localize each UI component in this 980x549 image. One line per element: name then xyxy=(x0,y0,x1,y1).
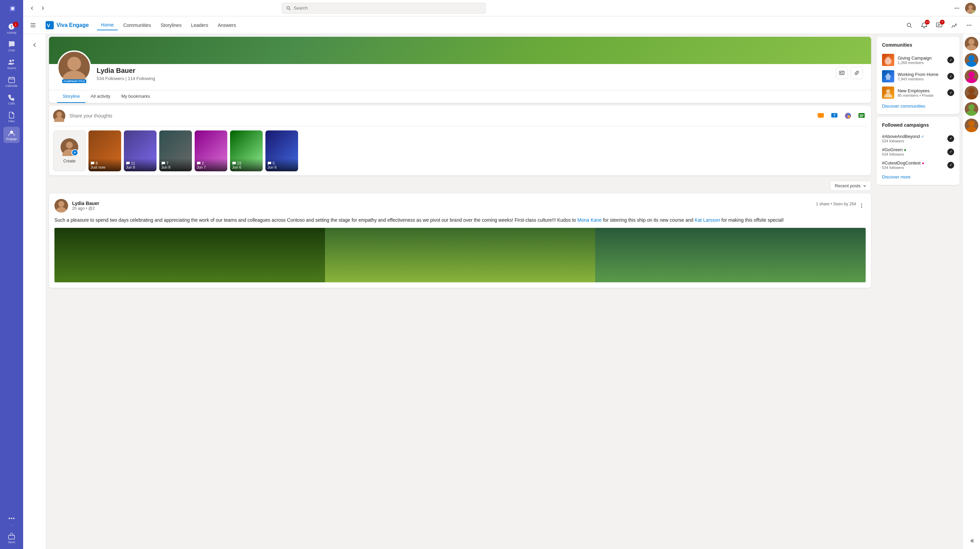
forward-button[interactable] xyxy=(38,3,48,13)
share-chat-button[interactable] xyxy=(815,110,826,121)
story-thumb-5[interactable]: 23 Jun 6 xyxy=(230,131,263,171)
story-thumb-3[interactable]: 7 Jun 8 xyxy=(159,131,192,171)
nav-storylines[interactable]: Storylines xyxy=(156,21,185,30)
hamburger-button[interactable] xyxy=(29,16,37,34)
story-thumb-1[interactable]: 8 Just now xyxy=(89,131,121,171)
analytics-button[interactable] xyxy=(949,20,959,31)
community-name-giving[interactable]: Giving Campaign xyxy=(898,56,944,61)
campaign-followers-green: 534 followers xyxy=(882,152,945,156)
message-button[interactable]: 5 xyxy=(934,20,945,31)
post-image-segment-1 xyxy=(54,228,325,282)
nav-answers[interactable]: Answers xyxy=(214,21,240,30)
community-avatar-wfh[interactable] xyxy=(882,70,894,82)
content-area: V Viva Engage Home Communities Storyline… xyxy=(23,16,980,549)
more-options-button[interactable] xyxy=(951,3,962,14)
sidebar-item-calls[interactable]: Calls xyxy=(3,91,20,108)
profile-actions xyxy=(836,64,863,79)
campaign-name-dog[interactable]: #CutestDogContest ● xyxy=(882,160,945,166)
share-actions: ? 🏅 xyxy=(815,110,867,121)
story-thumb-2[interactable]: 11 Jun 8 xyxy=(124,131,156,171)
sidebar-item-teams[interactable]: Teams xyxy=(3,56,20,72)
story-overlay-4: 2 Jun 7 xyxy=(195,158,227,171)
sidebar-item-more[interactable]: ... xyxy=(3,512,20,528)
svg-point-13 xyxy=(955,8,956,8)
campaign-check-beyond: ✓ xyxy=(947,135,954,142)
story-date-2: Jun 8 xyxy=(126,165,154,169)
far-right-avatar-1[interactable] xyxy=(965,37,978,50)
collapse-panel-button[interactable] xyxy=(966,535,977,546)
post-link-kat[interactable]: Kat Larsson xyxy=(695,217,720,223)
story-date-1: Just now xyxy=(91,165,119,169)
following-count[interactable]: 114 Following xyxy=(128,76,155,81)
svg-point-31 xyxy=(56,112,62,117)
sidebar-item-store[interactable]: Store xyxy=(3,530,20,546)
discover-communities-link[interactable]: Discover communities xyxy=(882,104,954,109)
share-input[interactable] xyxy=(69,113,811,118)
post-author-avatar[interactable] xyxy=(54,199,68,212)
search-input[interactable] xyxy=(294,5,482,11)
share-question-button[interactable]: ? xyxy=(829,110,840,121)
campaign-name-beyond[interactable]: #AboveAndBeyond ✓ xyxy=(882,134,945,139)
more-button[interactable] xyxy=(964,20,975,31)
back-panel-button[interactable] xyxy=(27,37,43,53)
story-date-5: Jun 6 xyxy=(232,165,261,169)
story-overlay-1: 8 Just now xyxy=(89,158,121,171)
far-right-avatar-2[interactable] xyxy=(965,53,978,67)
share-praise-button[interactable]: 🏅 xyxy=(843,110,853,121)
campaign-name-green[interactable]: #GoGreen ● xyxy=(882,147,945,152)
recent-posts-button[interactable]: Recent posts xyxy=(830,181,871,191)
far-right-avatar-5[interactable] xyxy=(965,102,978,116)
nav-communities[interactable]: Communities xyxy=(119,21,155,30)
sidebar-item-files[interactable]: Files xyxy=(3,109,20,125)
nav-arrows xyxy=(27,3,48,13)
discover-more-link[interactable]: Discover more xyxy=(882,174,954,179)
story-thumb-6[interactable]: 5 Jun 6 xyxy=(266,131,298,171)
notification-badge: 12 xyxy=(925,20,930,24)
sidebar-item-engage[interactable]: Engage xyxy=(3,127,20,143)
community-name-newempl[interactable]: New Employees xyxy=(898,88,944,93)
profile-text: Lydia Bauer 534 Followers | 114 Followin… xyxy=(97,64,830,81)
back-button[interactable] xyxy=(27,3,37,13)
sidebar-item-activity[interactable]: 1 Activity xyxy=(3,21,20,37)
search-button[interactable] xyxy=(904,20,915,31)
far-right-avatar-6[interactable] xyxy=(965,118,978,132)
tab-bookmarks[interactable]: My bookmarks xyxy=(116,90,156,103)
profile-link-button[interactable] xyxy=(851,67,863,79)
nav-home[interactable]: Home xyxy=(97,20,118,30)
community-name-wfh[interactable]: Working From Home xyxy=(898,72,944,77)
community-info-newempl: New Employees 85 members • Private xyxy=(898,88,944,97)
community-meta-wfh: 7,943 members xyxy=(898,77,944,81)
profile-card-button[interactable] xyxy=(836,67,848,79)
tab-all-activity[interactable]: All activity xyxy=(86,90,116,103)
far-right-avatar-3[interactable] xyxy=(965,69,978,83)
story-thumb-4[interactable]: 2 Jun 7 xyxy=(195,131,227,171)
svg-point-28 xyxy=(67,57,81,70)
post-body: Such a pleasure to spend two days celebr… xyxy=(54,217,865,224)
story-overlay-2: 11 Jun 8 xyxy=(124,158,156,171)
post-more-button[interactable] xyxy=(858,202,865,210)
svg-point-49 xyxy=(969,72,975,78)
far-right-avatar-4[interactable] xyxy=(965,86,978,99)
share-list-button[interactable] xyxy=(856,110,867,121)
nav-leaders[interactable]: Leaders xyxy=(187,21,212,30)
svg-point-43 xyxy=(861,204,862,205)
campaign-check-dog: ✓ xyxy=(947,162,954,169)
community-wfh: Working From Home 7,943 members ✓ xyxy=(882,68,954,85)
notification-button[interactable]: 12 xyxy=(919,20,930,31)
user-avatar[interactable] xyxy=(965,3,976,14)
svg-point-44 xyxy=(861,205,862,206)
campaign-green: #GoGreen ● 534 followers ✓ xyxy=(882,145,954,158)
sidebar-item-chat[interactable]: Chat xyxy=(3,38,20,54)
svg-point-30 xyxy=(840,72,842,73)
followers-count[interactable]: 534 Followers xyxy=(97,76,124,81)
story-create[interactable]: + Create xyxy=(53,131,86,171)
tab-storyline[interactable]: Storyline xyxy=(57,90,86,103)
community-avatar-newempl[interactable] xyxy=(882,86,894,99)
sidebar-item-calendar[interactable]: Calendar xyxy=(3,73,20,90)
svg-point-9 xyxy=(13,518,14,519)
community-avatar-giving[interactable] xyxy=(882,54,894,66)
campaign-beyond: #AboveAndBeyond ✓ 534 followers ✓ xyxy=(882,132,954,145)
story-comments-3: 7 xyxy=(161,161,190,165)
post-link-mona[interactable]: Mona Kane xyxy=(578,217,602,223)
community-check-giving: ✓ xyxy=(947,56,954,63)
